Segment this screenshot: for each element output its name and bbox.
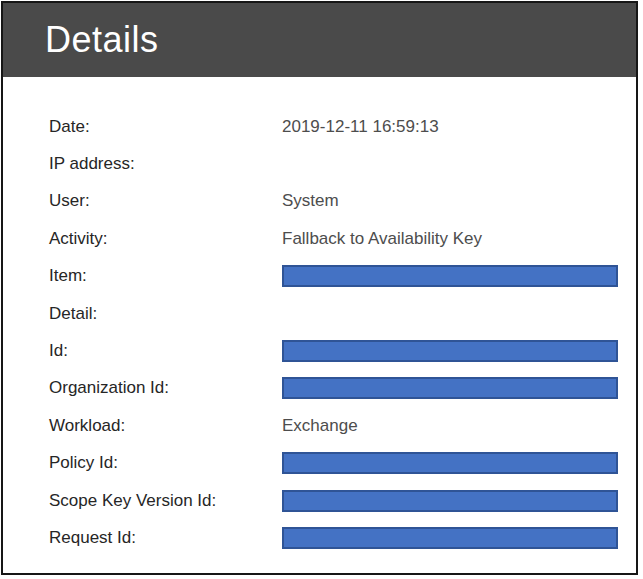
detail-row: IP address:	[3, 145, 636, 182]
detail-row: Detail:	[3, 295, 636, 332]
detail-row: Id:	[3, 332, 636, 369]
details-panel-header: Details	[3, 3, 636, 77]
detail-row-label: Policy Id:	[49, 453, 282, 473]
detail-row-label: IP address:	[49, 154, 282, 174]
detail-row-value: System	[282, 191, 339, 211]
detail-row-label: Activity:	[49, 229, 282, 249]
detail-row-value: 2019-12-11 16:59:13	[282, 117, 439, 137]
redacted-value-bar	[282, 377, 618, 399]
detail-row-label: Item:	[49, 266, 282, 286]
detail-row-label: Detail:	[49, 304, 282, 324]
detail-row: Scope Key Version Id:	[3, 482, 636, 519]
detail-row-label: User:	[49, 191, 282, 211]
details-panel: Details Date: 2019-12-11 16:59:13 IP add…	[1, 1, 638, 575]
detail-row: Organization Id:	[3, 370, 636, 407]
detail-row-label: Date:	[49, 117, 282, 137]
details-list: Date: 2019-12-11 16:59:13 IP address: Us…	[3, 77, 636, 557]
detail-row: Workload: Exchange	[3, 407, 636, 444]
detail-row-label: Workload:	[49, 416, 282, 436]
detail-row: Activity: Fallback to Availability Key	[3, 220, 636, 257]
redacted-value-bar	[282, 490, 618, 512]
detail-row-value: Exchange	[282, 416, 358, 436]
detail-row: Policy Id:	[3, 445, 636, 482]
detail-row-label: Scope Key Version Id:	[49, 491, 282, 511]
detail-row: Date: 2019-12-11 16:59:13	[3, 108, 636, 145]
redacted-value-bar	[282, 527, 618, 549]
detail-row-label: Request Id:	[49, 528, 282, 548]
redacted-value-bar	[282, 340, 618, 362]
redacted-value-bar	[282, 452, 618, 474]
detail-row-value: Fallback to Availability Key	[282, 229, 482, 249]
page-title: Details	[45, 19, 159, 61]
detail-row-label: Id:	[49, 341, 282, 361]
detail-row: Item:	[3, 258, 636, 295]
detail-row: User: System	[3, 183, 636, 220]
redacted-value-bar	[282, 265, 618, 287]
detail-row-label: Organization Id:	[49, 378, 282, 398]
detail-row: Request Id:	[3, 519, 636, 556]
